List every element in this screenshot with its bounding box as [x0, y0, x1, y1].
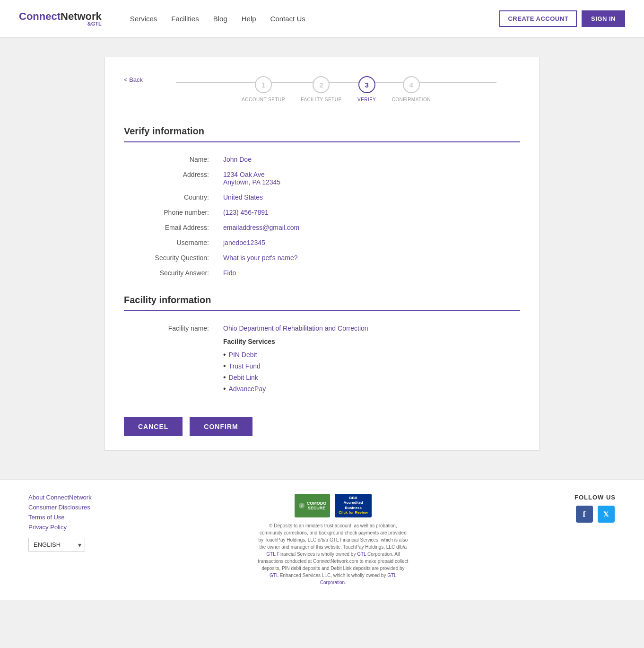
gtl-link-1[interactable]: GTL: [266, 552, 275, 557]
nav-facilities[interactable]: Facilities: [171, 15, 199, 23]
facility-name-text: Ohio Department of Rehabilitation and Co…: [223, 324, 515, 332]
form-buttons: CANCEL CONFIRM: [124, 412, 520, 436]
address-value: 1234 Oak Ave Anytown, PA 12345: [218, 167, 520, 190]
table-row: Security Answer: Fido: [124, 265, 520, 280]
step-1-label: ACCOUNT SETUP: [242, 97, 285, 102]
step-4-label: CONFIRMATION: [392, 97, 431, 102]
main-content: < Back 1 ACCOUNT SETUP 2 FACILITY SETUP …: [104, 57, 540, 451]
step-2: 2 FACILITY SETUP: [301, 76, 341, 102]
verify-info-table: Name: John Doe Address: 1234 Oak Ave Any…: [124, 152, 520, 280]
nav-help[interactable]: Help: [242, 15, 256, 23]
address-line1: 1234 Oak Ave: [223, 171, 515, 178]
back-link[interactable]: < Back: [124, 76, 143, 83]
social-icons: f 𝕏: [574, 506, 616, 523]
email-label: Email Address:: [124, 220, 218, 235]
logo-text: ConnectNetwork &GTL: [19, 10, 102, 27]
footer-link-about[interactable]: About ConnectNetwork: [28, 494, 92, 501]
phone-value: (123) 456-7891: [218, 205, 520, 220]
cancel-button[interactable]: CANCEL: [124, 417, 183, 436]
footer-left: About ConnectNetwork Consumer Disclosure…: [28, 494, 92, 552]
step-4-circle: 4: [403, 76, 420, 93]
footer-links: About ConnectNetwork Consumer Disclosure…: [28, 494, 92, 531]
facebook-icon: f: [583, 509, 586, 519]
site-footer: About ConnectNetwork Consumer Disclosure…: [0, 479, 644, 600]
site-header: ConnectNetwork &GTL Services Facilities …: [0, 0, 644, 38]
name-label: Name:: [124, 152, 218, 167]
security-answer-label: Security Answer:: [124, 265, 218, 280]
name-value: John Doe: [218, 152, 520, 167]
step-4: 4 CONFIRMATION: [392, 76, 431, 102]
nav-services[interactable]: Services: [130, 15, 157, 23]
svg-text:✓: ✓: [300, 504, 303, 508]
step-2-circle: 2: [313, 76, 330, 93]
table-row: Email Address: emailaddress@gmail.com: [124, 220, 520, 235]
gtl-link-3[interactable]: GTL: [270, 573, 278, 578]
logo: ConnectNetwork &GTL: [19, 10, 102, 27]
logo-connect: Connect: [19, 10, 61, 22]
gtl-link-2[interactable]: GTL: [357, 552, 366, 557]
bbb-label: BBBAccreditedBusinessClick for Review: [339, 496, 368, 516]
email-value: emailaddress@gmail.com: [218, 220, 520, 235]
table-row: Address: 1234 Oak Ave Anytown, PA 12345: [124, 167, 520, 190]
language-select[interactable]: ENGLISH ESPAÑOL: [28, 538, 85, 552]
language-select-wrap: ENGLISH ESPAÑOL: [28, 538, 92, 552]
table-row: Security Question: What is your pet's na…: [124, 250, 520, 265]
address-label: Address:: [124, 167, 218, 190]
facility-name-value: Ohio Department of Rehabilitation and Co…: [218, 321, 520, 398]
follow-us-label: FOLLOW US: [574, 494, 616, 501]
country-label: Country:: [124, 190, 218, 205]
facility-section-title: Facility information: [124, 295, 520, 306]
confirm-button[interactable]: CONFIRM: [190, 417, 252, 436]
list-item: PIN Debit: [223, 349, 515, 360]
list-item: AdvancePay: [223, 383, 515, 394]
step-1: 1 ACCOUNT SETUP: [242, 76, 285, 102]
footer-disclaimer: © Deposits to an inmate's trust account,…: [257, 522, 409, 586]
create-account-button[interactable]: CREATE ACCOUNT: [499, 10, 577, 27]
verify-section-divider: [124, 141, 520, 142]
facility-section-divider: [124, 310, 520, 311]
country-value: United States: [218, 190, 520, 205]
comodo-icon: ✓: [298, 502, 305, 509]
step-3: 3 VERIFY: [357, 76, 376, 102]
table-row: Facility name: Ohio Department of Rehabi…: [124, 321, 520, 398]
footer-link-disclosures[interactable]: Consumer Disclosures: [28, 504, 92, 511]
facility-info-table: Facility name: Ohio Department of Rehabi…: [124, 321, 520, 398]
step-3-circle: 3: [358, 76, 375, 93]
facility-name-label: Facility name:: [124, 321, 218, 398]
sign-in-button[interactable]: SIGN IN: [582, 10, 625, 27]
list-item: Debit Link: [223, 372, 515, 383]
security-question-label: Security Question:: [124, 250, 218, 265]
logo-network: Network: [61, 10, 102, 22]
twitter-link[interactable]: 𝕏: [598, 506, 615, 523]
comodo-label: COMODOSECURE: [307, 501, 327, 510]
footer-link-terms[interactable]: Terms of Use: [28, 514, 92, 521]
top-area: < Back 1 ACCOUNT SETUP 2 FACILITY SETUP …: [124, 71, 520, 116]
phone-label: Phone number:: [124, 205, 218, 220]
security-answer-value: Fido: [218, 265, 520, 280]
nav-contact-us[interactable]: Contact Us: [270, 15, 305, 23]
language-select-container: ENGLISH ESPAÑOL: [28, 538, 85, 552]
stepper-steps: 1 ACCOUNT SETUP 2 FACILITY SETUP 3 VERIF…: [242, 76, 431, 102]
main-nav: Services Facilities Blog Help Contact Us: [130, 15, 500, 23]
username-label: Username:: [124, 235, 218, 250]
security-question-value: What is your pet's name?: [218, 250, 520, 265]
table-row: Country: United States: [124, 190, 520, 205]
header-buttons: CREATE ACCOUNT SIGN IN: [499, 10, 625, 27]
list-item: Trust Fund: [223, 360, 515, 372]
footer-right: FOLLOW US f 𝕏: [574, 494, 616, 523]
footer-badges: ✓ COMODOSECURE BBBAccreditedBusinessClic…: [257, 494, 409, 517]
stepper: 1 ACCOUNT SETUP 2 FACILITY SETUP 3 VERIF…: [152, 71, 520, 116]
footer-inner: About ConnectNetwork Consumer Disclosure…: [28, 494, 616, 586]
gtl-link-4[interactable]: GTL Corporation: [320, 573, 397, 585]
footer-center: ✓ COMODOSECURE BBBAccreditedBusinessClic…: [257, 494, 409, 586]
facility-services-list: PIN Debit Trust Fund Debit Link AdvanceP…: [223, 349, 515, 394]
facebook-link[interactable]: f: [576, 506, 593, 523]
facility-services-heading: Facility Services: [223, 338, 515, 345]
step-3-label: VERIFY: [357, 97, 376, 102]
address-line2: Anytown, PA 12345: [223, 178, 515, 186]
table-row: Phone number: (123) 456-7891: [124, 205, 520, 220]
step-2-label: FACILITY SETUP: [301, 97, 341, 102]
verify-section-title: Verify information: [124, 126, 520, 137]
nav-blog[interactable]: Blog: [213, 15, 227, 23]
footer-link-privacy[interactable]: Privacy Policy: [28, 524, 92, 531]
